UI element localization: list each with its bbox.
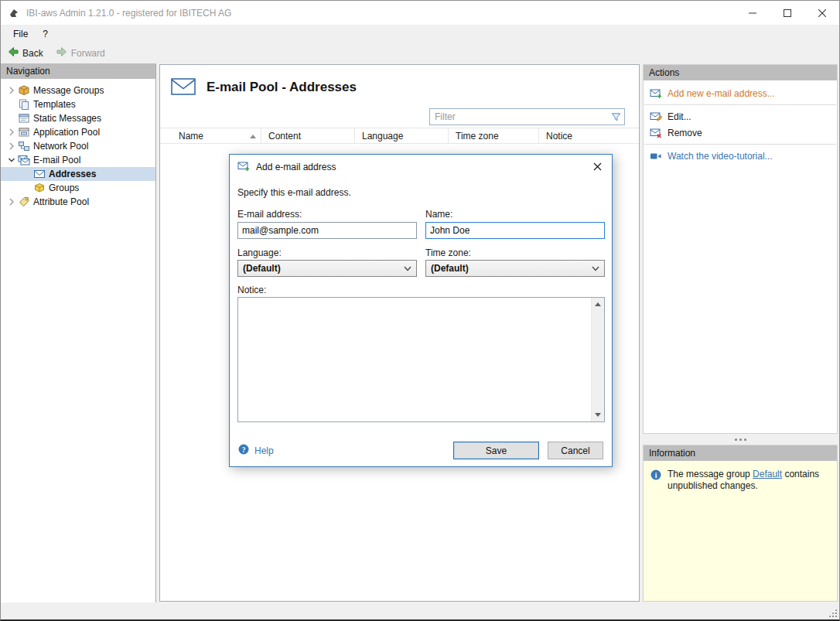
column-header-notice[interactable]: Notice [539,128,639,143]
timezone-select[interactable]: (Default) [425,260,605,277]
sidebar-item-templates[interactable]: Templates [1,97,155,111]
envelope-add-icon [237,160,250,172]
language-select[interactable]: (Default) [237,260,417,277]
sidebar-item-label: E-mail Pool [33,155,80,165]
save-button[interactable]: Save [453,442,539,459]
tool-bar: Back Forward [1,43,839,63]
info-icon: i [650,469,662,484]
video-icon [650,150,662,162]
resize-grip[interactable] [828,608,838,618]
minimize-button[interactable] [735,1,770,25]
close-button[interactable] [804,1,839,25]
page-title: E-mail Pool - Addresses [207,80,357,95]
action-label: Edit... [668,111,691,122]
back-label: Back [22,48,43,59]
back-arrow-icon [7,46,19,60]
edit-action[interactable]: Edit... [644,108,837,125]
app-window: IBI-aws Admin 1.21.0 - registered for IB… [0,0,840,621]
chevron-spacer [21,182,33,194]
scroll-up-icon[interactable] [592,298,605,311]
column-header-language[interactable]: Language [355,128,449,143]
navigation-panel: Navigation Message Groups Te [1,63,156,602]
window-controls [735,1,839,25]
default-message-group-link[interactable]: Default [753,469,782,479]
sidebar-item-email-pool[interactable]: E-mail Pool [1,153,155,167]
title-bar[interactable]: IBI-aws Admin 1.21.0 - registered for IB… [1,1,839,25]
sidebar-item-label: Application Pool [33,127,100,138]
sort-ascending-icon [250,135,256,138]
maximize-button[interactable] [770,1,804,25]
sidebar-item-attribute-pool[interactable]: Attribute Pool [1,195,155,209]
chevron-down-icon [404,266,411,271]
sidebar-item-label: Network Pool [33,141,88,152]
scroll-down-icon[interactable] [592,408,605,421]
sidebar-item-label: Static Messages [33,113,101,124]
help-link[interactable]: ? Help [237,443,274,458]
notice-textarea[interactable] [237,297,605,422]
sidebar-item-message-groups[interactable]: Message Groups [1,84,155,97]
chevron-spacer [21,168,33,180]
name-field[interactable] [425,222,605,239]
cancel-button[interactable]: Cancel [548,442,603,459]
chevron-right-icon[interactable] [5,126,18,138]
application-pool-icon [18,126,30,138]
menu-bar: File ? [1,25,839,43]
column-label: Content [268,131,301,142]
navigation-tree: Message Groups Templates Static Messages [1,79,155,209]
help-label: Help [254,445,274,456]
separator [644,104,836,105]
chevron-right-icon[interactable] [5,196,18,208]
notice-scrollbar[interactable] [591,298,604,421]
forward-button[interactable]: Forward [56,46,105,60]
actions-list: Add new e-mail address... Edit... Remov [644,80,837,164]
separator [644,144,836,145]
navigation-header: Navigation [1,63,155,79]
chevron-down-icon [592,266,599,271]
sidebar-item-application-pool[interactable]: Application Pool [1,125,155,139]
window-title: IBI-aws Admin 1.21.0 - registered for IB… [26,8,231,19]
information-panel: Information i The message group Default … [643,445,838,602]
column-label: Language [362,131,403,142]
svg-text:i: i [655,472,657,479]
action-label: Remove [668,128,702,138]
filter-input[interactable] [430,111,607,122]
menu-help[interactable]: ? [43,29,48,39]
timezone-label: Time zone: [425,247,471,258]
timezone-selected-value: (Default) [431,263,469,274]
add-email-address-dialog: Add e-mail address Specify this e-mail a… [229,154,613,467]
panel-splitter[interactable] [643,434,838,445]
forward-arrow-icon [56,46,68,60]
add-email-address-action[interactable]: Add new e-mail address... [644,85,837,101]
status-bar [1,602,839,619]
sidebar-item-static-messages[interactable]: Static Messages [1,111,155,125]
sidebar-item-groups[interactable]: Groups [1,181,155,195]
menu-file[interactable]: File [13,29,28,39]
filter-container [429,108,625,125]
remove-action[interactable]: Remove [644,125,837,141]
chevron-spacer [5,98,18,111]
info-text-before: The message group [668,469,753,479]
notice-label: Notice: [237,285,266,295]
dialog-close-icon[interactable] [588,159,606,175]
sidebar-item-label: Templates [33,99,76,110]
column-header-name[interactable]: Name [160,128,261,143]
column-header-timezone[interactable]: Time zone [449,128,539,143]
right-column: Actions Add new e-mail address... Edit..… [643,64,838,602]
sidebar-item-network-pool[interactable]: Network Pool [1,139,155,153]
message-groups-icon [18,84,30,97]
envelope-add-icon [650,87,662,100]
chevron-right-icon[interactable] [5,140,18,152]
info-message: The message group Default contains unpub… [668,469,831,492]
chevron-down-icon[interactable] [5,154,18,166]
email-address-field[interactable] [237,222,417,239]
back-button[interactable]: Back [7,46,43,60]
envelope-icon [33,168,46,180]
svg-text:?: ? [242,446,246,454]
chevron-right-icon[interactable] [5,84,18,97]
sidebar-item-addresses[interactable]: Addresses [1,167,155,181]
column-header-content[interactable]: Content [261,128,355,143]
video-tutorial-action[interactable]: Watch the video-tutorial... [644,148,837,164]
column-label: Notice [546,131,572,142]
filter-icon[interactable] [607,111,624,123]
sidebar-item-label: Addresses [49,169,96,179]
